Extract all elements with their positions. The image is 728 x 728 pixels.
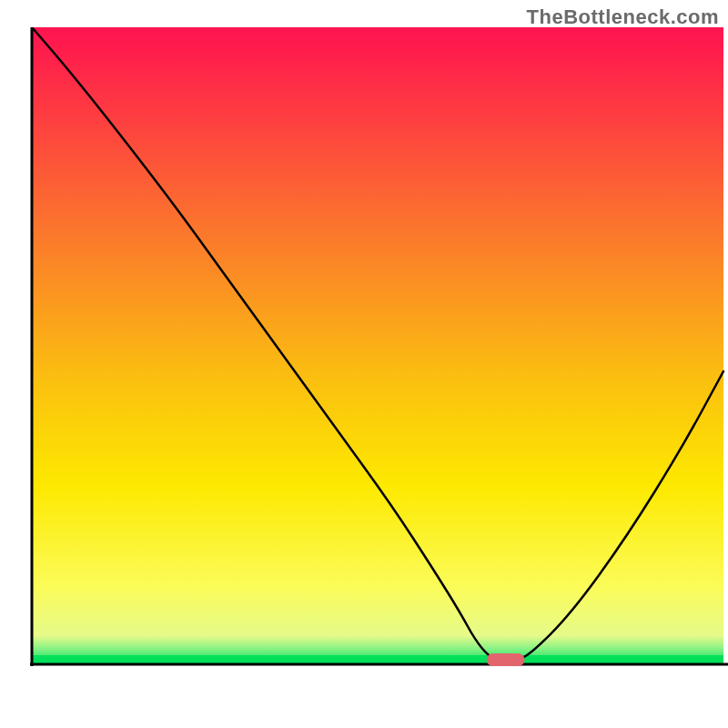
chart-area — [27, 27, 728, 701]
chart-frame: TheBottleneck.com — [0, 0, 728, 728]
watermark: TheBottleneck.com — [527, 5, 719, 29]
optimal-marker — [487, 653, 525, 666]
heat-background — [32, 27, 723, 664]
